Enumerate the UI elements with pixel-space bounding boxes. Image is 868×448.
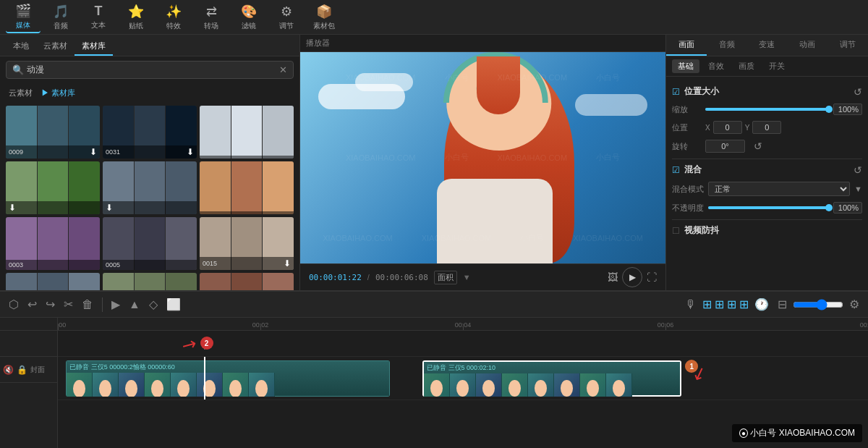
- toolbar-label-transition: 转场: [204, 21, 218, 31]
- blend-mode-arrow[interactable]: ▼: [854, 185, 862, 193]
- blend-mode-select[interactable]: 正常: [708, 182, 850, 196]
- right-content: ☑ 位置大小 ↺ 缩放 100% 位置 X Y: [666, 77, 868, 290]
- tab-local[interactable]: 本地: [6, 38, 36, 56]
- right-tab-adjust[interactable]: 调节: [827, 35, 868, 56]
- track-mute-icon[interactable]: 🔇: [3, 365, 14, 375]
- toolbar-item-text[interactable]: T 文本: [81, 1, 116, 33]
- toolbar-item-filter[interactable]: 🎨 滤镜: [231, 1, 266, 33]
- bottom-watermark: ● 小白号 XIAOBAIHAO.COM: [732, 424, 862, 442]
- resolution-button[interactable]: 面积: [434, 271, 457, 284]
- preview-label: 播放器: [300, 35, 665, 52]
- toolbar-item-media[interactable]: 🎬 媒体: [6, 1, 41, 33]
- sticker-icon: ⭐: [128, 4, 144, 20]
- video-noise-check[interactable]: ☐: [672, 226, 680, 236]
- preview-video[interactable]: XIAOBAIHAO.COM 小白号 XIAOBAIHAO.COM 小白号 XI…: [300, 52, 665, 263]
- track-clip[interactable]: 已静音 三仅5 00000:2愉格 00000:60: [66, 360, 390, 397]
- position-x-input[interactable]: [713, 121, 742, 134]
- play-button[interactable]: ▶: [622, 267, 642, 287]
- subtab-switch[interactable]: 开关: [763, 59, 791, 73]
- timeline-settings-icon[interactable]: ⚙: [846, 295, 862, 314]
- grid-item[interactable]: [200, 161, 294, 214]
- grid-item[interactable]: ⬇: [103, 161, 197, 214]
- timeline-zoom-slider[interactable]: ⊟: [775, 295, 790, 314]
- toolbar-item-transition[interactable]: ⇄ 转场: [194, 1, 229, 33]
- toolbar-label-filter: 滤镜: [242, 21, 256, 31]
- position-scale-section-header: ☑ 位置大小 ↺: [672, 85, 862, 98]
- grid-item[interactable]: 0009⬇: [6, 106, 100, 159]
- grid-item[interactable]: 0013: [6, 273, 100, 290]
- toolbar-label-text: 文本: [91, 20, 106, 30]
- grid-item[interactable]: 0005: [103, 217, 197, 270]
- timeline-track-icon-2[interactable]: ⊞: [715, 297, 724, 311]
- grid-item[interactable]: [200, 106, 294, 159]
- right-tab-speed[interactable]: 变速: [747, 35, 788, 56]
- blend-check[interactable]: ☑: [672, 165, 680, 175]
- grid-item[interactable]: 0008: [103, 273, 197, 290]
- toolbar-label-effects: 特效: [166, 21, 181, 31]
- opacity-value: 100%: [833, 202, 862, 214]
- total-time: 00:00:06:08: [375, 273, 428, 282]
- playhead[interactable]: [204, 357, 205, 400]
- subtab-soundfx[interactable]: 音效: [702, 59, 730, 73]
- position-scale-check[interactable]: ☑: [672, 87, 680, 97]
- timeline-clock-icon[interactable]: 🕐: [752, 295, 772, 314]
- ruler-spacer: [0, 318, 57, 331]
- timeline-play-icon[interactable]: ▶: [109, 295, 123, 314]
- scale-slider-fill: [705, 108, 829, 111]
- scale-slider[interactable]: [705, 108, 829, 111]
- rotation-reset-icon[interactable]: ↺: [754, 140, 762, 152]
- blend-reset[interactable]: ↺: [854, 164, 862, 176]
- timeline-select-icon[interactable]: ⬡: [6, 295, 22, 314]
- timeline-crop-icon[interactable]: ⬜: [163, 295, 184, 314]
- grid-item[interactable]: 0003: [6, 217, 100, 270]
- track-lock-icon[interactable]: 🔒: [17, 365, 27, 375]
- right-tab-video[interactable]: 画面: [666, 35, 707, 56]
- fullscreen-icon[interactable]: ⛶: [647, 271, 657, 283]
- grid-item[interactable]: 0015⬇: [200, 217, 294, 270]
- toolbar-label-media: 媒体: [16, 20, 30, 30]
- clear-search-icon[interactable]: ✕: [279, 64, 287, 75]
- ruler-mark: 00:08: [860, 321, 868, 329]
- track-clip[interactable]: 已静音 三仅5 000:02:10: [422, 360, 681, 397]
- ruler-mark: 00:00: [58, 321, 66, 329]
- toolbar-item-effects[interactable]: ✨ 特效: [156, 1, 191, 33]
- tab-library[interactable]: 素材库: [75, 38, 113, 56]
- position-scale-reset[interactable]: ↺: [854, 86, 862, 98]
- timeline-delete-icon[interactable]: 🗑: [79, 295, 96, 314]
- timeline-diamond-icon[interactable]: ◇: [146, 295, 161, 314]
- timeline-undo-icon[interactable]: ↩: [25, 295, 40, 314]
- material-sections: 云素材 ▶ 素材库: [0, 83, 299, 103]
- right-subtabs: 基础 音效 画质 开关: [666, 56, 868, 77]
- right-tab-audio[interactable]: 音频: [707, 35, 747, 56]
- timeline-split-icon[interactable]: ✂: [61, 295, 76, 314]
- right-tab-animation[interactable]: 动画: [787, 35, 827, 56]
- toolbar-item-audio[interactable]: 🎵 音频: [43, 1, 78, 33]
- timeline-marker-icon[interactable]: ▲: [126, 295, 143, 314]
- toolbar-item-sticker[interactable]: ⭐ 贴纸: [119, 1, 153, 33]
- timeline-redo-icon[interactable]: ↪: [43, 295, 58, 314]
- subtab-quality[interactable]: 画质: [733, 59, 760, 73]
- screenshot-icon[interactable]: 🖼: [608, 271, 618, 283]
- timeline-track-icon-1[interactable]: ⊞: [702, 297, 712, 311]
- search-input[interactable]: [27, 65, 279, 75]
- right-tabs: 画面 音频 变速 动画 调节: [666, 35, 868, 56]
- opacity-slider[interactable]: [708, 206, 829, 209]
- timeline-track-icon-4[interactable]: ⊞: [739, 297, 749, 311]
- position-y-input[interactable]: [752, 121, 781, 134]
- cloud-material-btn[interactable]: 云素材: [6, 86, 35, 100]
- timeline-zoom-range[interactable]: [793, 299, 843, 310]
- timeline-right-controls: 🎙 ⊞ ⊞ ⊞ ⊞ 🕐 ⊟ ⚙: [682, 295, 862, 314]
- blend-mode-label: 混合模式: [672, 184, 704, 195]
- subtab-basic[interactable]: 基础: [672, 59, 699, 73]
- grid-item[interactable]: 0031⬇: [103, 106, 197, 159]
- watermark-text: 小白号 XIAOBAIHAO.COM: [750, 428, 855, 438]
- timeline-left-controls: 🔇 🔒 封面: [0, 318, 58, 448]
- timeline-mic-icon[interactable]: 🎙: [682, 295, 699, 314]
- toolbar-item-materials[interactable]: 📦 素材包: [307, 1, 341, 33]
- rotation-input[interactable]: [705, 140, 745, 153]
- timeline-track-icon-3[interactable]: ⊞: [727, 297, 736, 311]
- tab-cloud[interactable]: 云素材: [36, 38, 75, 56]
- toolbar-item-adjust[interactable]: ⚙ 调节: [269, 1, 304, 33]
- grid-item[interactable]: 0004⬇: [200, 273, 294, 290]
- grid-item[interactable]: ⬇: [6, 161, 100, 214]
